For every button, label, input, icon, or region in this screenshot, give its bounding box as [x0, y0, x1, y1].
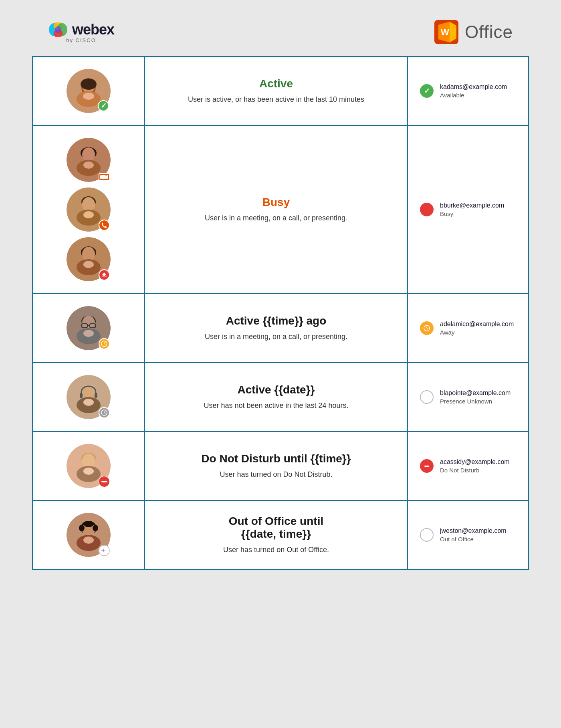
airplane-icon: ✈: [99, 545, 110, 556]
svg-point-31: [83, 261, 94, 268]
svg-point-62: [83, 468, 94, 475]
svg-rect-65: [424, 466, 429, 467]
active-badge: ✓: [98, 100, 109, 111]
status-desc: User has turned on Do Not Distrub.: [220, 469, 332, 480]
svg-text:✈: ✈: [101, 547, 106, 554]
status-email: acassidy@example.com: [440, 458, 510, 466]
dnd-icon: [99, 476, 110, 487]
svg-rect-20: [100, 175, 106, 179]
status-desc: User has not been active in the last 24 …: [204, 400, 348, 411]
minus-icon: [423, 462, 430, 470]
svg-marker-21: [106, 175, 108, 179]
avatar-container: [67, 237, 111, 281]
avatar-container: ✈: [67, 513, 111, 557]
status-email: bburke@example.com: [440, 202, 504, 209]
webex-brand-text: webex: [72, 21, 114, 38]
svg-text:W: W: [441, 27, 449, 37]
description-column: Active {{time}} ago User is in a meeting…: [145, 294, 408, 362]
phone-badge: [99, 220, 110, 231]
status-dot: [420, 528, 434, 542]
table-row: ✓ Active User is active, or has been act…: [33, 57, 528, 126]
webex-logo: webex by CISCO: [48, 21, 114, 43]
status-email: adelamico@example.com: [440, 321, 514, 328]
svg-rect-54: [95, 393, 97, 398]
check-icon: ✓: [424, 87, 430, 95]
status-desc: User has turned on Out of Office.: [223, 544, 329, 555]
office-text: Office: [465, 22, 513, 42]
check-icon: ✓: [101, 101, 107, 110]
status-label: Available: [440, 92, 507, 99]
status-column: jweston@example.com Out of Office: [408, 501, 528, 569]
camera-badge: [99, 173, 110, 181]
table-row: Active {{date}} User has not been active…: [33, 363, 528, 432]
grey-clock-badge: [99, 407, 110, 418]
table-row: Busy User is in a meeting, on a call, or…: [33, 126, 528, 294]
avatar-column: ✈: [33, 501, 145, 569]
status-desc: User is active, or has been active in th…: [188, 94, 364, 105]
status-desc: User is in a meeting, on a call, or pres…: [205, 213, 347, 224]
status-title: Active: [259, 77, 293, 90]
svg-point-60: [82, 454, 95, 468]
status-title: Do Not Disturb until {{time}}: [201, 452, 351, 465]
status-title: Out of Office until {{date, time}}: [229, 515, 323, 540]
status-info: blapointe@example.com Presence Unknown: [440, 389, 511, 405]
svg-rect-53: [80, 393, 83, 398]
clock-icon: [101, 341, 107, 347]
upload-icon: [101, 272, 107, 278]
svg-point-72: [93, 525, 98, 531]
clock-badge: [99, 338, 110, 349]
status-info: bburke@example.com Busy: [440, 202, 504, 217]
avatar-container: ✓: [67, 69, 111, 113]
svg-line-47: [427, 328, 428, 329]
status-column: blapointe@example.com Presence Unknown: [408, 363, 528, 431]
avatar-column: [33, 294, 145, 362]
status-email: kadams@example.com: [440, 83, 507, 91]
present-badge: [99, 269, 110, 280]
status-title: Busy: [262, 196, 290, 209]
status-column: adelamico@example.com Away: [408, 294, 528, 362]
description-column: Out of Office until {{date, time}} User …: [145, 501, 408, 569]
svg-point-73: [84, 521, 93, 527]
status-label: Busy: [440, 210, 504, 217]
status-label: Presence Unknown: [440, 398, 511, 405]
avatar-column: ✓: [33, 57, 145, 125]
status-email: blapointe@example.com: [440, 389, 511, 397]
svg-point-70: [83, 536, 94, 544]
status-title: Active {{time}} ago: [226, 315, 327, 327]
status-dot: [420, 203, 434, 216]
avatar-container: [67, 444, 111, 488]
status-desc: User is in a meeting, on a call, or pres…: [205, 331, 347, 342]
table-row: ✈ Out of Office until {{date, time}} Use…: [33, 501, 528, 569]
webex-icon: [48, 22, 68, 37]
phone-icon: [101, 222, 107, 228]
description-column: Busy User is in a meeting, on a call, or…: [145, 126, 408, 293]
svg-point-17: [82, 147, 95, 162]
webex-by-cisco: by CISCO: [66, 37, 96, 43]
avatar-container: [67, 188, 111, 232]
description-column: Do Not Disturb until {{time}} User has t…: [145, 432, 408, 500]
description-column: Active User is active, or has been activ…: [145, 57, 408, 125]
camera-icon: [100, 174, 108, 180]
clock-icon: [424, 325, 430, 331]
status-column: ✓ kadams@example.com Available: [408, 57, 528, 125]
status-dot: ✓: [420, 84, 434, 98]
avatar-column: [33, 432, 145, 500]
status-info: kadams@example.com Available: [440, 83, 507, 99]
description-column: Active {{date}} User has not been active…: [145, 363, 408, 431]
status-info: adelamico@example.com Away: [440, 321, 514, 336]
plane-badge: ✈: [99, 545, 110, 556]
svg-point-4: [55, 26, 61, 32]
status-info: acassidy@example.com Do Not Disturb: [440, 458, 510, 474]
svg-marker-33: [102, 272, 106, 276]
svg-rect-32: [102, 276, 107, 276]
status-label: Out of Office: [440, 536, 507, 542]
office-icon: W: [434, 20, 458, 44]
status-dot: [420, 321, 434, 335]
svg-line-57: [104, 413, 105, 413]
svg-point-29: [82, 247, 95, 261]
svg-point-24: [82, 197, 95, 212]
avatar-container: [67, 375, 111, 419]
clock-icon: [101, 409, 107, 416]
table-row: Active {{time}} ago User is in a meeting…: [33, 294, 528, 363]
avatar-stack: [67, 138, 111, 281]
